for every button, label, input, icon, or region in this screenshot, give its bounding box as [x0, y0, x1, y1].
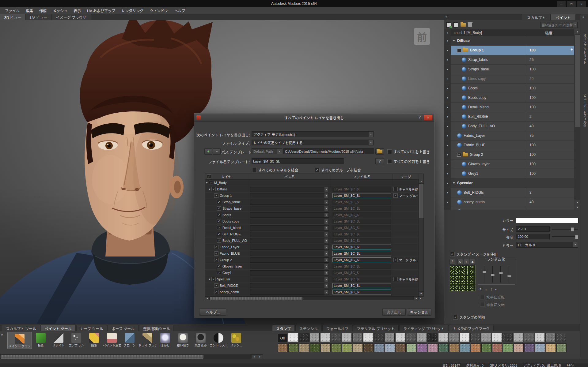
scroll-right-icon[interactable]: ► — [257, 354, 263, 359]
stamp-thumbnail[interactable] — [288, 343, 298, 352]
filename-field[interactable]: Layer_$M_$C_$L — [332, 212, 391, 217]
visibility-toggle[interactable]: ● — [444, 112, 451, 121]
tool-item[interactable]: スポイト — [50, 332, 67, 347]
visibility-toggle[interactable]: ● — [444, 169, 451, 178]
layer-row[interactable]: ● Belt_RIDGE 3 — [444, 188, 574, 197]
layer-checkbox[interactable]: ✓ — [217, 238, 221, 243]
stamp-thumbnail[interactable] — [460, 333, 470, 342]
table-row[interactable]: ✓ Gloves_layer ▼ Layer_$M_$C_$L — [205, 263, 419, 270]
expander-icon[interactable]: ▼ — [208, 278, 211, 281]
visibility-toggle[interactable]: ● — [444, 46, 451, 55]
stamp-thumbnail[interactable] — [385, 333, 395, 342]
filename-field[interactable]: Layer_$M_$C_$L — [332, 219, 391, 224]
merge-channels-checkbox[interactable]: すべてのチャネルを結合 — [252, 167, 298, 173]
table-row[interactable]: ✓ Fabric_Layer ▼ Layer_$M_$C_$L — [205, 244, 419, 250]
cancel-button[interactable]: キャンセル — [407, 309, 431, 316]
randomize-slider[interactable] — [499, 266, 502, 283]
layer-strength[interactable]: 100 — [527, 169, 574, 178]
stamp-thumbnail[interactable] — [481, 333, 491, 342]
table-row[interactable]: ▼ ✓ Specular ▼ Layer_$M_$C_$L チャネルを結合 — [205, 276, 419, 283]
stamp-thumbnail[interactable] — [514, 343, 524, 352]
stamp-thumbnail[interactable] — [449, 333, 459, 342]
layer-strength[interactable]: 2 — [527, 112, 574, 121]
path-combo[interactable]: ▼ — [250, 193, 329, 198]
filename-field[interactable]: Layer_$M_$C_$L — [332, 245, 391, 249]
layer-checkbox[interactable]: ✓ — [214, 290, 218, 294]
color-swatch[interactable] — [516, 218, 579, 223]
filename-field[interactable]: Layer_$M_$C_$L — [332, 264, 391, 269]
table-row[interactable]: ✓ honey_comb ▼ Layer_$M_$C_$L — [205, 289, 419, 295]
blend-mode-select[interactable]: 覆い焼き(リニア)加算 ▼ — [540, 22, 578, 28]
layer-row[interactable]: ● honey_comb 40 — [444, 197, 574, 207]
view-orientation-cube[interactable]: 前 — [414, 28, 430, 45]
menu-item[interactable]: 表示 — [70, 8, 84, 13]
stamp-thumbnail[interactable] — [417, 343, 427, 352]
table-vertical-scrollbar[interactable]: ▲ ▼ — [419, 179, 423, 296]
scroll-left-icon[interactable]: ◄ — [205, 297, 209, 300]
close-button[interactable]: × — [577, 1, 586, 7]
path-combo[interactable]: ▼ — [250, 238, 329, 243]
minimize-button[interactable]: ─ — [557, 1, 566, 7]
table-row[interactable]: ✓ Group 2 ▼ Layer_$M_$C_$L ✓ マージ グルー — [205, 257, 419, 263]
group-expander-icon[interactable]: − — [457, 153, 461, 157]
target-select[interactable]: アクティブ モデル(mesh1) ▼ — [252, 131, 374, 137]
layer-checkbox[interactable]: ✓ — [217, 219, 221, 223]
layer-row[interactable]: ● — [444, 207, 574, 210]
scroll-left-icon[interactable]: ◄ — [251, 354, 257, 359]
filename-field[interactable]: Layer_$M_$C_$L — [332, 187, 391, 192]
stamp-thumbnail[interactable] — [438, 343, 449, 352]
collapse-panel-icon[interactable]: « — [446, 14, 448, 19]
visibility-toggle[interactable]: ● — [444, 55, 451, 64]
table-row[interactable]: ✓ Group 1 ▼ Layer_$M_$C_$L ✓ マージ グルー — [205, 193, 419, 199]
add-path-button[interactable]: + — [204, 148, 212, 155]
stamp-thumbnail[interactable] — [470, 333, 480, 342]
stamp-thumbnail[interactable] — [310, 343, 320, 352]
stamp-thumbnail[interactable] — [299, 333, 309, 342]
group-expander-icon[interactable]: − — [457, 48, 461, 52]
flip-horizontal-icon[interactable]: ↔ — [484, 287, 488, 291]
stamp-thumbnail[interactable] — [503, 343, 513, 352]
help-button[interactable]: ヘルプ... — [199, 309, 226, 316]
table-row[interactable]: ✓ Detail_blend ▼ Layer_$M_$C_$L — [205, 225, 419, 231]
scroll-up-icon[interactable]: ▲ — [574, 29, 581, 34]
size-field[interactable]: 26.01 — [516, 226, 550, 232]
row-action-icon[interactable]: + — [571, 47, 573, 52]
layer-checkbox[interactable]: ✓ — [217, 213, 221, 217]
tray-tab[interactable]: スカルプト — [522, 14, 551, 20]
visibility-toggle[interactable]: ● — [444, 150, 451, 159]
layer-strength[interactable]: 100 — [527, 150, 574, 159]
visibility-toggle[interactable]: ● — [444, 207, 451, 210]
table-row[interactable]: ✓ Boots copy ▼ Layer_$M_$C_$L — [205, 218, 419, 225]
stamp-help-icon[interactable]: ? — [450, 259, 455, 264]
tray-tab[interactable]: ペイント — [551, 14, 576, 20]
stamp-thumbnail[interactable] — [309, 333, 320, 342]
table-row[interactable]: ✓ Grey1 ▼ Layer_$M_$C_$L — [205, 270, 419, 276]
layer-strength[interactable]: 100 — [527, 103, 574, 112]
merge-checkbox[interactable] — [393, 277, 398, 281]
layer-checkbox[interactable]: ✓ — [217, 226, 221, 230]
filename-field[interactable]: Layer_$M_$C_$L — [332, 238, 391, 243]
tool-item[interactable]: コントラスト — [210, 332, 227, 347]
path-combo[interactable]: ▼ — [250, 251, 329, 256]
filename-field[interactable]: Layer_$M_$C_$L — [332, 283, 391, 288]
filename-field[interactable]: Layer_$M_$C_$L — [332, 232, 391, 237]
filetype-select[interactable]: レイヤの既定タイプを使用する ▼ — [252, 140, 374, 145]
scroll-down-icon[interactable]: ▼ — [574, 200, 581, 205]
scrollbar-thumb[interactable] — [210, 297, 302, 300]
tool-item[interactable]: ドライ ブラシ — [138, 332, 156, 347]
viewport-horizontal-scrollbar[interactable]: ◄ ► — [0, 354, 263, 359]
expander-icon[interactable]: ▼ — [206, 182, 209, 184]
table-row[interactable]: ▼ ✓ M_Body — [205, 180, 419, 186]
reset-icon[interactable]: ↺ — [478, 287, 481, 291]
tool-item[interactable]: ペイント消去 — [103, 332, 121, 347]
stamp-thumbnail[interactable] — [331, 333, 341, 342]
dialog-help-icon[interactable]: ? — [419, 115, 421, 119]
visibility-toggle[interactable]: ● — [444, 197, 451, 207]
randomize-slider[interactable] — [507, 266, 510, 283]
stamp-thumbnail[interactable] — [556, 333, 566, 342]
visibility-toggle[interactable]: ● — [444, 84, 451, 93]
scroll-down-icon-2[interactable]: ▼ — [574, 205, 581, 210]
import-layer-icon[interactable] — [453, 22, 458, 28]
overwrite-paths-checkbox[interactable]: すべてのパスを上書き — [387, 149, 430, 154]
stamp-thumbnail[interactable] — [363, 333, 373, 342]
